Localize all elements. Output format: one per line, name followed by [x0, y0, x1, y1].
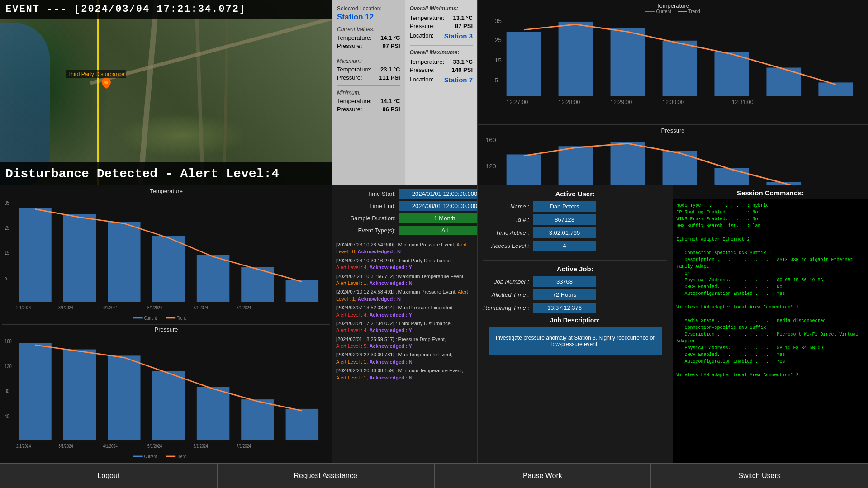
svg-text:Trend: Trend: [177, 315, 186, 321]
maximum-label: Maximum:: [337, 58, 400, 64]
active-job-header: Active Job:: [483, 265, 667, 273]
svg-rect-69: [286, 408, 319, 440]
svg-text:7/1/2024: 7/1/2024: [237, 304, 251, 310]
switch-users-button[interactable]: Switch Users: [651, 463, 868, 488]
event-log-item: [2024/02/26 20:40:08.159] : Minimum Temp…: [336, 367, 474, 381]
omin-temp-value: 13.1 °C: [453, 14, 473, 21]
omin-loc-value: Station 3: [444, 32, 473, 40]
svg-text:2/1/2024: 2/1/2024: [16, 304, 31, 310]
svg-text:35: 35: [495, 18, 502, 24]
pause-work-button[interactable]: Pause Work: [434, 463, 651, 488]
event-header: EVENT --- [2024/03/04 17:21:34.072]: [0, 0, 332, 19]
svg-text:Trend: Trend: [177, 453, 186, 459]
job-number-value: 33768: [533, 276, 596, 287]
svg-text:5/1/2024: 5/1/2024: [147, 443, 162, 448]
time-start-label: Time Start:: [336, 190, 399, 197]
alert-banner: Disturbance Detected - Alert Level:4: [0, 162, 332, 185]
curr-temp-label: Temperature:: [337, 34, 372, 41]
access-level-label: Access Level :: [483, 242, 533, 249]
svg-rect-7: [611, 28, 645, 96]
bottom-pressure-title: Pressure: [2, 326, 330, 333]
omin-loc-label: Location:: [410, 32, 434, 40]
max-temp-value: 23.1 °C: [380, 66, 400, 73]
svg-text:4/1/2024: 4/1/2024: [103, 443, 118, 448]
svg-text:3/1/2024: 3/1/2024: [58, 443, 73, 448]
max-temp-label: Temperature:: [337, 66, 372, 73]
logout-button[interactable]: Logout: [0, 463, 217, 488]
map-pin: [102, 78, 111, 90]
bottom-center-panel: Time Start: 2024/01/01 12:00:00.000 Time…: [332, 185, 477, 463]
omin-pres-label: Pressure:: [410, 23, 435, 29]
svg-text:12:27:00: 12:27:00: [507, 99, 528, 105]
event-log-item: [2024/02/26 22:33:00.781] : Max Temperat…: [336, 351, 474, 365]
user-job-panel: Active User: Name : Dan Peters Id # : 86…: [478, 185, 673, 463]
request-assistance-button[interactable]: Request Assistance: [217, 463, 434, 488]
bottom-temp-svg: 35 25 15 5 2/1/2024 3/1/2024 4/1/2024 5/…: [2, 195, 330, 321]
svg-text:5: 5: [495, 77, 498, 84]
access-level-value: 4: [533, 241, 596, 251]
session-commands-header: Session Commands:: [673, 185, 868, 199]
top-temp-svg: 35 25 15 5 12:27:00 12:28:00 12:29:00 12…: [482, 15, 863, 120]
top-temp-title: Temperature: [482, 2, 863, 9]
max-pres-label: Pressure:: [337, 74, 362, 81]
svg-text:80: 80: [5, 388, 9, 394]
bottom-right-panel: Active User: Name : Dan Peters Id # : 86…: [477, 185, 868, 463]
omin-pres-value: 87 PSI: [455, 23, 473, 29]
id-value: 867123: [533, 214, 596, 225]
time-end-value: 2024/08/01 12:00:00.000: [399, 201, 477, 211]
name-value: Dan Peters: [533, 201, 596, 212]
curr-temp-value: 14.1 °C: [380, 34, 400, 41]
event-log-item: [2024/03/04 17:21:34.072] : Third Party …: [336, 320, 474, 334]
event-types-value: All: [399, 226, 477, 235]
svg-rect-68: [241, 399, 274, 440]
bottom-temp-title: Temperature: [2, 188, 330, 194]
svg-text:12:30:00: 12:30:00: [663, 99, 684, 105]
top-temp-chart: Temperature Current Trend 35 25 15 5: [478, 0, 868, 125]
bottom-pressure-svg: 160 120 80 40 2/1/2024 3/1/2024 4/1/2024…: [2, 334, 330, 459]
current-values-label: Current Values:: [337, 26, 400, 33]
svg-text:25: 25: [5, 225, 9, 231]
svg-rect-44: [108, 222, 140, 302]
omax-pres-label: Pressure:: [410, 66, 435, 73]
svg-text:25: 25: [495, 37, 502, 43]
id-label: Id # :: [483, 216, 533, 223]
svg-text:15: 15: [5, 250, 9, 256]
svg-rect-66: [152, 371, 185, 440]
svg-rect-42: [19, 208, 52, 302]
event-log-item: [2024/07/23 10:30:16.249] : Third Party …: [336, 257, 474, 271]
svg-text:4/1/2024: 4/1/2024: [103, 304, 118, 310]
job-desc-header: Job Description:: [483, 317, 667, 324]
svg-rect-67: [197, 387, 230, 440]
map-disturbance-label: Third Party Disturbance: [66, 70, 126, 78]
max-pres-value: 111 PSI: [379, 74, 400, 81]
svg-text:15: 15: [495, 57, 502, 64]
session-commands-panel: Session Commands: Node Type . . . . . . …: [673, 185, 868, 463]
svg-text:5/1/2024: 5/1/2024: [147, 304, 162, 310]
event-log-item: [2024/07/23 10:31:56.712] : Maximum Temp…: [336, 273, 474, 287]
selected-station: Station 12: [337, 13, 400, 22]
svg-rect-43: [63, 214, 96, 302]
remaining-time-value: 13:37:12.376: [533, 303, 596, 313]
svg-rect-5: [507, 32, 541, 96]
svg-text:120: 120: [486, 162, 496, 169]
svg-text:Current: Current: [144, 315, 157, 321]
query-form: Time Start: 2024/01/01 12:00:00.000 Time…: [336, 189, 474, 238]
top-charts-area: Temperature Current Trend 35 25 15 5: [477, 0, 868, 185]
svg-rect-63: [19, 343, 52, 440]
curr-pres-label: Pressure:: [337, 43, 362, 49]
svg-text:6/1/2024: 6/1/2024: [194, 443, 209, 448]
svg-text:12:28:00: 12:28:00: [559, 99, 580, 105]
remaining-time-label: Remaining Time :: [483, 304, 533, 311]
svg-text:120: 120: [5, 363, 12, 369]
current-values-panel: Selected Location: Station 12 Current Va…: [332, 0, 405, 185]
bottom-temp-chart: Temperature 35 25 15 5 2/1/2024 3/1/2024: [2, 188, 330, 323]
omax-loc-label: Location:: [410, 76, 434, 84]
sample-duration-label: Sample Duration:: [336, 215, 399, 222]
svg-text:160: 160: [5, 338, 12, 344]
top-temp-legend-current: Current: [656, 9, 671, 14]
svg-text:12:31:00: 12:31:00: [732, 99, 754, 105]
omin-temp-label: Temperature:: [410, 14, 445, 21]
min-temp-label: Temperature:: [337, 98, 372, 104]
info-panel-container: Selected Location: Station 12 Current Va…: [332, 0, 477, 185]
svg-rect-65: [108, 355, 140, 440]
